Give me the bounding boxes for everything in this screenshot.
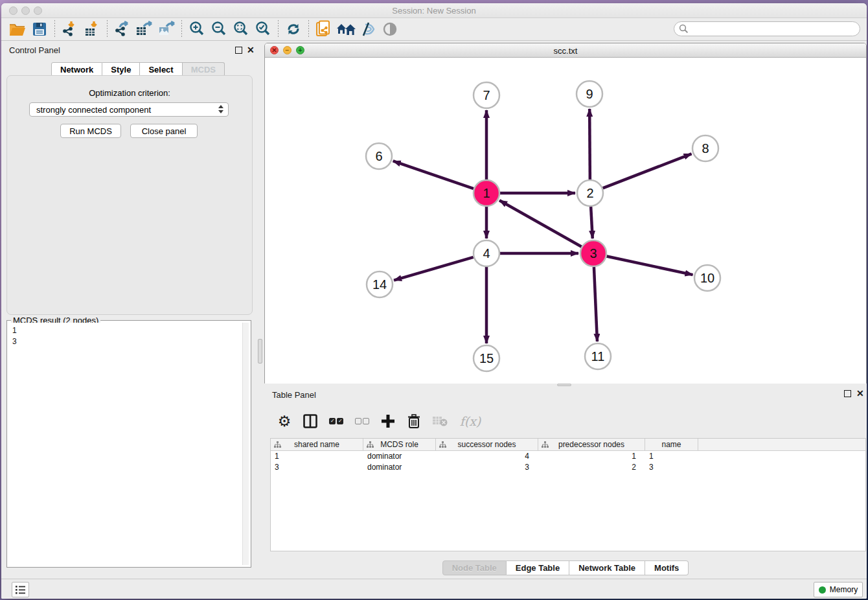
graph-node-label: 1 xyxy=(483,186,490,200)
table-settings-gear-icon[interactable]: ⚙ xyxy=(276,413,293,430)
column-header-predecessor-nodes[interactable]: predecessor nodes xyxy=(538,439,645,450)
cell-predecessor-nodes[interactable]: 1 xyxy=(538,451,645,462)
tab-motifs[interactable]: Motifs xyxy=(645,560,689,575)
cell-shared-name[interactable]: 1 xyxy=(271,451,363,462)
control-panel-title: Control Panel xyxy=(9,45,60,55)
splitter-grip[interactable] xyxy=(258,339,262,363)
export-image-icon[interactable] xyxy=(155,19,177,39)
column-header-name[interactable]: name xyxy=(645,439,698,450)
tab-mcds[interactable]: MCDS xyxy=(183,62,225,76)
zoom-in-icon[interactable] xyxy=(186,19,208,39)
close-panel-button[interactable]: Close panel xyxy=(130,124,198,138)
graph-edge-2-8[interactable] xyxy=(603,154,692,188)
column-header-successor-nodes[interactable]: successor nodes xyxy=(436,439,538,450)
table-row[interactable]: 3 dominator 3 2 3 xyxy=(271,462,865,473)
graph-edge-3-10[interactable] xyxy=(607,256,693,275)
import-network-icon[interactable] xyxy=(59,19,81,39)
graph-edge-2-9[interactable] xyxy=(589,109,590,179)
delete-column-icon[interactable] xyxy=(405,413,422,430)
tab-node-table[interactable]: Node Table xyxy=(442,560,507,575)
zoom-fit-icon[interactable] xyxy=(230,19,252,39)
tab-network-table[interactable]: Network Table xyxy=(569,560,645,575)
graph-node-label: 10 xyxy=(700,271,714,285)
column-type-icon xyxy=(542,441,549,448)
table-row[interactable]: 1 dominator 4 1 1 xyxy=(271,451,865,462)
cell-successor-nodes[interactable]: 4 xyxy=(436,451,538,462)
hide-graphics-icon[interactable] xyxy=(357,19,379,39)
tab-style[interactable]: Style xyxy=(102,62,140,76)
column-type-icon xyxy=(274,441,281,448)
show-graphics-icon[interactable] xyxy=(379,19,401,39)
graph-edge-1-6[interactable] xyxy=(393,161,474,189)
tab-network[interactable]: Network xyxy=(51,62,102,76)
toolbar-separator xyxy=(181,20,182,38)
memory-label: Memory xyxy=(830,585,858,594)
export-network-icon[interactable] xyxy=(111,19,133,39)
graph-node-label: 8 xyxy=(702,141,709,156)
column-header-shared-name[interactable]: shared name xyxy=(271,439,363,450)
title-bar[interactable]: Session: New Session xyxy=(1,3,867,18)
app-window: Session: New Session xyxy=(1,3,867,599)
result-line: 3 xyxy=(12,336,238,347)
run-mcds-button[interactable]: Run MCDS xyxy=(60,124,121,138)
home-icon[interactable] xyxy=(335,19,357,39)
main-toolbar xyxy=(1,18,867,41)
graph-node-label: 7 xyxy=(483,88,490,102)
cell-successor-nodes[interactable]: 3 xyxy=(436,462,538,473)
cell-mcds-role[interactable]: dominator xyxy=(363,462,436,473)
column-header-mcds-role[interactable]: MCDS role xyxy=(363,439,436,450)
cell-shared-name[interactable]: 3 xyxy=(271,462,363,473)
toolbar-separator xyxy=(107,20,108,38)
cell-name[interactable]: 1 xyxy=(645,451,698,462)
search-input[interactable] xyxy=(674,21,860,36)
chevron-up-down-icon xyxy=(218,105,223,113)
graph-edge-4-14[interactable] xyxy=(394,257,474,281)
unselect-all-columns-icon[interactable] xyxy=(354,413,371,430)
graph-node-label: 14 xyxy=(372,277,387,292)
float-table-panel-icon[interactable] xyxy=(844,390,851,397)
close-table-panel-icon[interactable]: ✕ xyxy=(856,390,864,397)
status-bar: Memory xyxy=(1,579,867,599)
select-all-columns-icon[interactable] xyxy=(328,413,345,430)
show-columns-icon[interactable] xyxy=(302,413,319,430)
float-panel-icon[interactable] xyxy=(235,47,242,54)
memory-button[interactable]: Memory xyxy=(814,582,863,597)
cell-mcds-role[interactable]: dominator xyxy=(363,451,436,462)
table-toolbar: ⚙ f(x) xyxy=(264,408,867,434)
open-file-icon[interactable] xyxy=(6,19,29,39)
function-builder-icon[interactable]: f(x) xyxy=(457,413,483,430)
result-scrollbar[interactable] xyxy=(242,323,249,565)
table-header-row: shared name MCDS role successor nodes pr… xyxy=(271,439,865,451)
graph-node-label: 11 xyxy=(591,349,605,363)
import-table-icon[interactable] xyxy=(81,19,103,39)
export-table-icon[interactable] xyxy=(133,19,155,39)
optimization-criterion-select[interactable]: strongly connected component xyxy=(29,102,229,117)
cell-predecessor-nodes[interactable]: 2 xyxy=(538,462,645,473)
graph-node-label: 15 xyxy=(479,351,494,365)
graph-node-label: 4 xyxy=(483,246,490,260)
network-graph: 7968124314101511 xyxy=(265,58,866,384)
close-panel-icon[interactable]: ✕ xyxy=(247,47,255,54)
mcds-result-text[interactable]: 1 3 xyxy=(9,323,242,565)
add-column-icon[interactable] xyxy=(380,413,396,430)
table-panel: Table Panel ✕ ⚙ f(x) xyxy=(264,386,867,575)
delete-table-icon[interactable] xyxy=(431,413,448,430)
zoom-selected-icon[interactable] xyxy=(252,19,274,39)
graph-edge-3-1[interactable] xyxy=(499,200,582,246)
task-history-button[interactable] xyxy=(12,582,29,597)
zoom-out-icon[interactable] xyxy=(208,19,230,39)
tab-select[interactable]: Select xyxy=(140,62,182,76)
network-window-titlebar[interactable]: ✕ − + scc.txt xyxy=(265,43,866,58)
save-session-icon[interactable] xyxy=(29,19,51,39)
refresh-icon[interactable] xyxy=(282,19,304,39)
control-panel-header: Control Panel ✕ xyxy=(1,43,257,58)
column-type-icon xyxy=(439,441,446,448)
network-canvas[interactable]: 7968124314101511 xyxy=(265,58,866,384)
cell-name[interactable]: 3 xyxy=(645,462,698,473)
vertical-splitter[interactable] xyxy=(257,43,264,575)
tab-edge-table[interactable]: Edge Table xyxy=(507,560,569,575)
result-line: 1 xyxy=(12,325,238,336)
graph-edge-3-11[interactable] xyxy=(594,267,597,341)
open-network-file-icon[interactable] xyxy=(313,19,335,39)
graph-edge-2-3[interactable] xyxy=(591,207,593,238)
